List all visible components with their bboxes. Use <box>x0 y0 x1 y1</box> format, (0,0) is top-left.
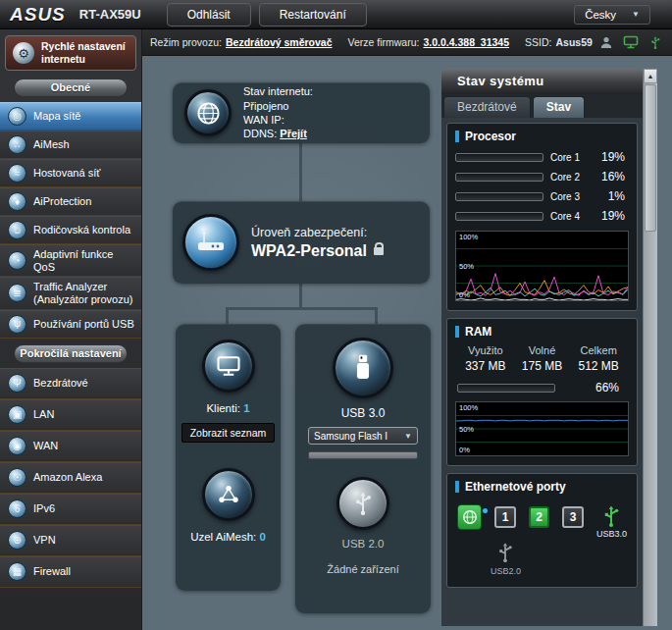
lan-port-icon: ▣ <box>8 405 26 424</box>
sidebar-item-guest-network[interactable]: ≈ Hostovaná síť <box>0 159 141 187</box>
top-bar: ASUS RT-AX59U Odhlásit Restartování Česk… <box>0 0 672 29</box>
section-header-general: Obecné <box>14 79 128 97</box>
aimesh-node-icon <box>202 468 255 521</box>
internet-status-text: Stav internetu: Připojeno WAN IP: DDNS: … <box>243 84 313 140</box>
sidebar-item-aiprotection[interactable]: ♦ AiProtection <box>0 187 141 216</box>
chevron-down-icon: ▼ <box>632 10 640 19</box>
reboot-button[interactable]: Restartování <box>259 3 367 26</box>
internet-status-label: Stav internetu: <box>243 84 313 98</box>
ram-bar-row: 66% <box>447 373 637 396</box>
connector-line <box>299 143 302 201</box>
cpu-core3-value: 1% <box>608 189 629 203</box>
connector-line <box>299 284 302 307</box>
language-selector[interactable]: Česky ▼ <box>574 5 650 25</box>
usb2-status: Žádné zařízení <box>327 563 398 575</box>
ethernet-section: Ethernetové porty 1 2 3 USB3.0 <box>446 473 638 588</box>
clients-count: 1 <box>243 402 249 414</box>
asus-logo: ASUS <box>10 4 66 26</box>
usb2-port-row: USB2.0 <box>447 539 637 582</box>
ipv6-icon: 6 <box>8 499 26 518</box>
cpu-core4-value: 19% <box>601 209 629 223</box>
cpu-core1-value: 19% <box>601 150 629 164</box>
ram-usage-percent: 66% <box>595 381 627 394</box>
sidebar-item-usb-application[interactable]: ψ Používání portů USB <box>0 310 141 339</box>
ram-section: RAM Využito337 MB Volné175 MB Celkem512 … <box>446 318 638 466</box>
sidebar-item-network-map[interactable]: ◎ Mapa sítě <box>0 102 141 131</box>
logout-button[interactable]: Odhlásit <box>167 3 251 26</box>
lock-icon <box>374 247 384 255</box>
scrollbar-thumb[interactable] <box>645 84 656 232</box>
internet-status-card[interactable]: Stav internetu: Připojeno WAN IP: DDNS: … <box>173 82 430 143</box>
usb-device-name: Samsung Flash I <box>314 431 388 442</box>
operation-mode-label: Režim provozu: <box>150 36 222 48</box>
cpu-core1-bar <box>455 153 543 162</box>
connector-line <box>375 310 378 324</box>
ddns-go-link[interactable]: Přejít <box>280 128 307 139</box>
cpu-core3-bar <box>455 192 543 201</box>
panel-title: Stav systému <box>441 69 643 94</box>
accent-bar <box>455 481 459 493</box>
panel-scrollbar[interactable]: ▲ <box>643 69 657 626</box>
usb-icon: ψ <box>8 315 26 334</box>
cpu-core-row: Core 4 19% <box>447 206 637 226</box>
wired-status-icon[interactable] <box>622 34 640 50</box>
sidebar-item-amazon-alexa[interactable]: ☉ Amazon Alexa <box>0 462 141 494</box>
cpu-usage-graph: 100% 50% 0% <box>455 231 629 301</box>
sidebar-item-parental-controls[interactable]: ☺ Rodičovská kontrola <box>0 216 141 244</box>
usb-status-icon[interactable] <box>646 34 664 50</box>
system-status-panel: Stav systému Bezdrátové Stav Procesor Co… <box>441 69 657 626</box>
router-icon <box>182 214 239 271</box>
router-model: RT-AX59U <box>79 7 141 22</box>
panel-body: Procesor Core 1 19% Core 2 16% Core 3 1% <box>441 118 643 626</box>
usb2-port-label: USB2.0 <box>491 566 521 576</box>
usb-card[interactable]: USB 3.0 Samsung Flash I ▼ USB 2.0 Žádné … <box>295 324 431 613</box>
general-menu: ◎ Mapa sítě ∴ AiMesh ≈ Hostovaná síť ♦ A… <box>0 102 141 339</box>
guest-network-icon: ≈ <box>8 164 26 183</box>
sidebar-item-wireless[interactable]: Ψ Bezdrátové <box>0 368 141 399</box>
usb3-port-label: USB3.0 <box>596 529 627 539</box>
traffic-chart-icon: ≣ <box>8 284 26 302</box>
language-label: Česky <box>585 9 616 21</box>
cpu-core-row: Core 3 1% <box>447 186 637 206</box>
advanced-menu: Ψ Bezdrátové ▣ LAN ◉ WAN ☉ Amazon Alexa … <box>0 368 141 588</box>
ram-usage-graph: 100% 50% 0% <box>455 401 629 456</box>
usb3-label: USB 3.0 <box>341 406 386 420</box>
security-level-card[interactable]: Úroveň zabezpečení: WPA2-Personal <box>173 201 430 284</box>
clients-card[interactable]: Klienti: 1 Zobrazit seznam Uzel AiMesh: … <box>176 324 281 591</box>
internet-indicator-dot <box>483 508 488 513</box>
aimesh-icon: ∴ <box>8 135 26 154</box>
operation-mode-link[interactable]: Bezdrátový směrovač <box>226 36 333 48</box>
scrollbar-up-button[interactable]: ▲ <box>644 69 657 83</box>
view-list-button[interactable]: Zobrazit seznam <box>181 423 276 443</box>
usb-device-dropdown[interactable]: Samsung Flash I ▼ <box>308 427 418 445</box>
quick-setup-label: Rychlé nastavení internetu <box>41 40 129 65</box>
usb3-port-icon <box>599 504 623 528</box>
quick-internet-setup-button[interactable]: ⚙ Rychlé nastavení internetu <box>5 35 136 71</box>
chevron-down-icon: ▼ <box>404 432 412 441</box>
aimesh-node-count: 0 <box>259 531 265 543</box>
network-map-icon: ◎ <box>8 107 26 126</box>
lan-port-2: 2 <box>529 506 550 528</box>
lan-port-1: 1 <box>494 506 516 528</box>
clients-status-icon[interactable] <box>597 34 615 50</box>
ssid-label: SSID: <box>525 36 551 48</box>
status-icons <box>597 34 664 50</box>
ddns-label: DDNS: <box>243 128 277 139</box>
sidebar-item-aimesh[interactable]: ∴ AiMesh <box>0 131 141 159</box>
sidebar-item-firewall[interactable]: ▦ Firewall <box>0 556 141 588</box>
sidebar-item-lan[interactable]: ▣ LAN <box>0 399 141 431</box>
globe-icon: ◉ <box>8 437 26 455</box>
cpu-section: Procesor Core 1 19% Core 2 16% Core 3 1% <box>446 123 638 311</box>
ram-used-value: 337 MB <box>457 359 514 373</box>
usb2-label: USB 2.0 <box>342 538 385 550</box>
wan-ip-label: WAN IP: <box>243 113 313 127</box>
sidebar-item-vpn[interactable]: ⊕ VPN <box>0 525 141 556</box>
firmware-version-link[interactable]: 3.0.0.4.388_31345 <box>423 36 509 48</box>
tab-status[interactable]: Stav <box>533 96 585 118</box>
tab-wireless[interactable]: Bezdrátové <box>443 96 531 118</box>
sidebar-item-adaptive-qos[interactable]: ◔ Adaptivní funkce QoS <box>0 244 141 277</box>
sidebar-item-wan[interactable]: ◉ WAN <box>0 431 141 462</box>
sidebar-item-ipv6[interactable]: 6 IPv6 <box>0 494 141 525</box>
security-level-label: Úroveň zabezpečení: <box>251 226 384 239</box>
sidebar-item-traffic-analyzer[interactable]: ≣ Traffic Analyzer (Analyzátor provozu) <box>0 277 141 309</box>
